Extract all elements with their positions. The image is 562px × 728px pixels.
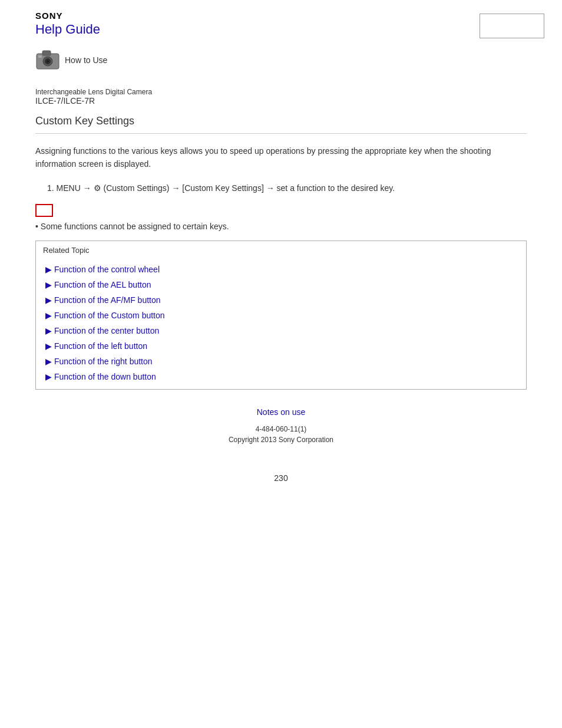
list-item: ▶ Function of the AF/MF button [36,292,526,308]
page-number: 230 [35,473,527,489]
link-icon-7: ▶ [45,357,52,366]
related-link-center[interactable]: Function of the center button [54,326,159,335]
related-link-afmf[interactable]: Function of the AF/MF button [54,295,161,305]
link-icon-6: ▶ [45,341,52,351]
bullet-dot: • [35,222,41,231]
link-icon-5: ▶ [45,326,52,335]
doc-number: 4-484-060-11(1) [35,425,527,433]
list-item: ▶ Function of the down button [36,369,526,384]
list-item: ▶ Function of the Custom button [36,308,526,323]
related-link-ael[interactable]: Function of the AEL button [54,280,151,289]
how-to-use-section: How to Use [0,44,562,76]
related-link-down[interactable]: Function of the down button [54,372,156,381]
related-links: ▶ Function of the control wheel ▶ Functi… [36,259,526,389]
step-text: MENU → ⚙ (Custom Settings) → [Custom Key… [57,183,395,193]
header-image-box [480,14,544,38]
step-list: 1. MENU → ⚙ (Custom Settings) → [Custom … [47,182,527,195]
note-text-content: Some functions cannot be assigned to cer… [41,222,229,231]
how-to-use-text: How to Use [65,55,107,65]
list-item: ▶ Function of the center button [36,323,526,338]
gear-icon: ⚙ [94,183,101,193]
page-wrapper: SONY Help Guide How to Use Interchangeab… [0,0,562,728]
device-type: Interchangeable Lens Digital Camera [35,88,527,96]
header-left: SONY Help Guide [35,11,100,37]
page-heading: Custom Key Settings [35,115,527,134]
related-topic-header: Related Topic [36,241,526,259]
note-box [35,204,53,217]
link-icon-1: ▶ [45,265,52,274]
device-info: Interchangeable Lens Digital Camera ILCE… [35,88,527,106]
note-list: • Some functions cannot be assigned to c… [35,222,527,231]
related-link-left[interactable]: Function of the left button [54,341,147,351]
device-model: ILCE-7/ILCE-7R [35,96,527,106]
notes-on-use-link[interactable]: Notes on use [35,407,527,417]
link-icon-3: ▶ [45,295,52,305]
related-link-control-wheel[interactable]: Function of the control wheel [54,265,160,274]
svg-point-4 [47,60,49,63]
description: Assigning functions to the various keys … [35,144,527,171]
step-label: 1. [47,183,54,193]
list-item: ▶ Function of the left button [36,338,526,354]
copyright: Copyright 2013 Sony Corporation [35,436,527,444]
link-icon-8: ▶ [45,372,52,381]
footer: Notes on use 4-484-060-11(1) Copyright 2… [35,407,527,456]
header: SONY Help Guide [0,0,562,44]
list-item: ▶ Function of the right button [36,354,526,369]
list-item: ▶ Function of the control wheel [36,262,526,277]
camera-icon [35,49,60,71]
related-topic-box: Related Topic ▶ Function of the control … [35,241,527,390]
svg-rect-5 [38,55,42,58]
related-link-right[interactable]: Function of the right button [54,357,153,366]
note-item: • Some functions cannot be assigned to c… [35,222,527,231]
related-link-custom[interactable]: Function of the Custom button [54,311,165,320]
link-icon-4: ▶ [45,311,52,320]
help-guide-link[interactable]: Help Guide [35,22,100,37]
main-content: Interchangeable Lens Digital Camera ILCE… [0,76,562,500]
list-item: ▶ Function of the AEL button [36,277,526,292]
link-icon-2: ▶ [45,280,52,289]
step-item: 1. MENU → ⚙ (Custom Settings) → [Custom … [47,182,527,195]
sony-logo: SONY [35,11,63,21]
svg-rect-1 [42,51,51,55]
